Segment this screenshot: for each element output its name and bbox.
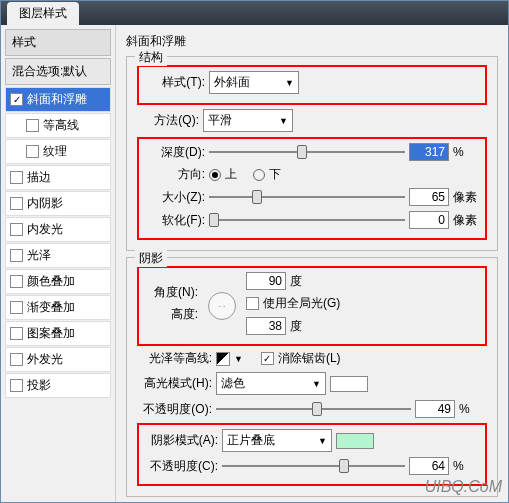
style-label: 样式(T):	[143, 74, 205, 91]
direction-up-radio[interactable]	[209, 169, 221, 181]
chevron-down-icon: ▼	[285, 78, 294, 88]
shadow-opacity-unit: %	[453, 459, 481, 473]
soften-label: 软化(F):	[143, 212, 205, 229]
depth-slider[interactable]	[209, 144, 405, 160]
global-light-label: 使用全局光(G)	[263, 295, 340, 312]
sidebar-checkbox[interactable]	[10, 249, 23, 262]
sidebar-item-8[interactable]: 渐变叠加	[5, 295, 111, 320]
sidebar-item-10[interactable]: 外发光	[5, 347, 111, 372]
sidebar-item-9[interactable]: 图案叠加	[5, 321, 111, 346]
chevron-down-icon: ▼	[312, 379, 321, 389]
depth-unit: %	[453, 145, 481, 159]
method-combo[interactable]: 平滑▼	[203, 109, 293, 132]
sidebar-item-4[interactable]: 内阴影	[5, 191, 111, 216]
sidebar-checkbox[interactable]	[10, 171, 23, 184]
highlight-box-depth: 深度(D): 317 % 方向: 上 下 大小(Z): 65	[137, 137, 487, 240]
titlebar: 图层样式	[1, 1, 508, 25]
highlight-box-style: 样式(T): 外斜面▼	[137, 65, 487, 105]
structure-legend: 结构	[135, 49, 167, 66]
altitude-unit: 度	[290, 318, 302, 335]
antialias-label: 消除锯齿(L)	[278, 350, 341, 367]
sidebar-checkbox[interactable]	[10, 197, 23, 210]
angle-label: 角度(N):	[143, 284, 198, 301]
sidebar-item-label: 内阴影	[27, 195, 63, 212]
sidebar-item-label: 等高线	[43, 117, 79, 134]
sidebar-item-2[interactable]: 纹理	[5, 139, 111, 164]
shading-fieldset: 阴影 角度(N): 高度: · ·	[126, 257, 498, 497]
highlight-opacity-input[interactable]: 49	[415, 400, 455, 418]
sidebar-checkbox[interactable]	[10, 301, 23, 314]
style-combo[interactable]: 外斜面▼	[209, 71, 299, 94]
size-input[interactable]: 65	[409, 188, 449, 206]
shadow-opacity-label: 不透明度(C):	[143, 458, 218, 475]
shadow-mode-combo[interactable]: 正片叠底▼	[222, 429, 332, 452]
highlight-opacity-label: 不透明度(O):	[137, 401, 212, 418]
layer-style-dialog: 图层样式 样式 混合选项:默认 ✓斜面和浮雕等高线纹理描边内阴影内发光光泽颜色叠…	[0, 0, 509, 503]
soften-unit: 像素	[453, 212, 481, 229]
gloss-contour-label: 光泽等高线:	[137, 350, 212, 367]
angle-unit: 度	[290, 273, 302, 290]
sidebar-item-label: 纹理	[43, 143, 67, 160]
sidebar-item-label: 外发光	[27, 351, 63, 368]
depth-input[interactable]: 317	[409, 143, 449, 161]
styles-sidebar: 样式 混合选项:默认 ✓斜面和浮雕等高线纹理描边内阴影内发光光泽颜色叠加渐变叠加…	[1, 25, 116, 502]
highlight-mode-label: 高光模式(H):	[137, 375, 212, 392]
sidebar-checkbox[interactable]	[26, 119, 39, 132]
size-unit: 像素	[453, 189, 481, 206]
direction-down-radio[interactable]	[253, 169, 265, 181]
sidebar-item-0[interactable]: ✓斜面和浮雕	[5, 87, 111, 112]
dialog-title: 图层样式	[7, 2, 79, 25]
panel-title: 斜面和浮雕	[126, 33, 498, 50]
sidebar-item-label: 描边	[27, 169, 51, 186]
sidebar-item-label: 颜色叠加	[27, 273, 75, 290]
sidebar-item-label: 内发光	[27, 221, 63, 238]
sidebar-checkbox[interactable]	[10, 353, 23, 366]
chevron-down-icon[interactable]: ▼	[234, 354, 243, 364]
highlight-mode-combo[interactable]: 滤色▼	[216, 372, 326, 395]
global-light-checkbox[interactable]	[246, 297, 259, 310]
sidebar-item-6[interactable]: 光泽	[5, 243, 111, 268]
method-label: 方法(Q):	[137, 112, 199, 129]
angle-input[interactable]: 90	[246, 272, 286, 290]
antialias-checkbox[interactable]: ✓	[261, 352, 274, 365]
highlight-box-angle: 角度(N): 高度: · · 90 度	[137, 266, 487, 346]
sidebar-item-7[interactable]: 颜色叠加	[5, 269, 111, 294]
sidebar-checkbox[interactable]	[10, 223, 23, 236]
sidebar-checkbox[interactable]	[10, 327, 23, 340]
sidebar-head[interactable]: 样式	[5, 29, 111, 56]
highlight-opacity-slider[interactable]	[216, 401, 411, 417]
sidebar-checkbox[interactable]	[10, 275, 23, 288]
soften-input[interactable]: 0	[409, 211, 449, 229]
size-slider[interactable]	[209, 189, 405, 205]
altitude-input[interactable]: 38	[246, 317, 286, 335]
sidebar-blending-options[interactable]: 混合选项:默认	[5, 58, 111, 85]
sidebar-item-label: 投影	[27, 377, 51, 394]
sidebar-item-11[interactable]: 投影	[5, 373, 111, 398]
shadow-color-swatch[interactable]	[336, 433, 374, 449]
shadow-mode-label: 阴影模式(A):	[143, 432, 218, 449]
soften-slider[interactable]	[209, 212, 405, 228]
sidebar-item-1[interactable]: 等高线	[5, 113, 111, 138]
direction-label: 方向:	[143, 166, 205, 183]
altitude-label: 高度:	[143, 306, 198, 323]
sidebar-item-5[interactable]: 内发光	[5, 217, 111, 242]
chevron-down-icon: ▼	[318, 436, 327, 446]
chevron-down-icon: ▼	[279, 116, 288, 126]
sidebar-item-label: 斜面和浮雕	[27, 91, 87, 108]
depth-label: 深度(D):	[143, 144, 205, 161]
main-panel: 斜面和浮雕 结构 样式(T): 外斜面▼ 方法(Q): 平滑▼	[116, 25, 508, 502]
shading-legend: 阴影	[135, 250, 167, 267]
shadow-opacity-input[interactable]: 64	[409, 457, 449, 475]
sidebar-checkbox[interactable]	[10, 379, 23, 392]
sidebar-item-label: 渐变叠加	[27, 299, 75, 316]
gloss-contour-swatch[interactable]	[216, 352, 230, 366]
watermark: UIBQ.CoM	[425, 478, 502, 496]
shadow-opacity-slider[interactable]	[222, 458, 405, 474]
sidebar-item-label: 图案叠加	[27, 325, 75, 342]
highlight-box-shadow: 阴影模式(A): 正片叠底▼ 不透明度(C): 64 %	[137, 423, 487, 486]
sidebar-checkbox[interactable]	[26, 145, 39, 158]
angle-globe[interactable]: · ·	[208, 292, 236, 320]
highlight-color-swatch[interactable]	[330, 376, 368, 392]
sidebar-item-3[interactable]: 描边	[5, 165, 111, 190]
sidebar-checkbox[interactable]: ✓	[10, 93, 23, 106]
